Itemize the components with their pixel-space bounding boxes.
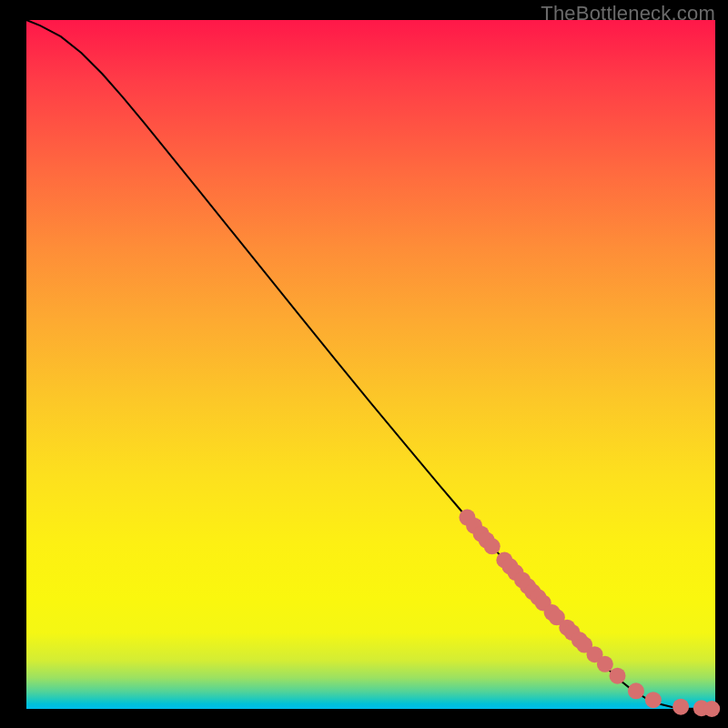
chart-frame <box>26 20 715 709</box>
data-point <box>597 656 613 672</box>
data-point <box>484 538 500 554</box>
data-point <box>645 692 662 708</box>
watermark-text: TheBottleneck.com <box>541 2 715 25</box>
data-point <box>672 699 689 715</box>
data-point <box>610 668 626 684</box>
data-point <box>703 701 720 717</box>
data-points-layer <box>26 20 715 709</box>
data-point <box>628 682 644 699</box>
data-points <box>459 510 720 717</box>
